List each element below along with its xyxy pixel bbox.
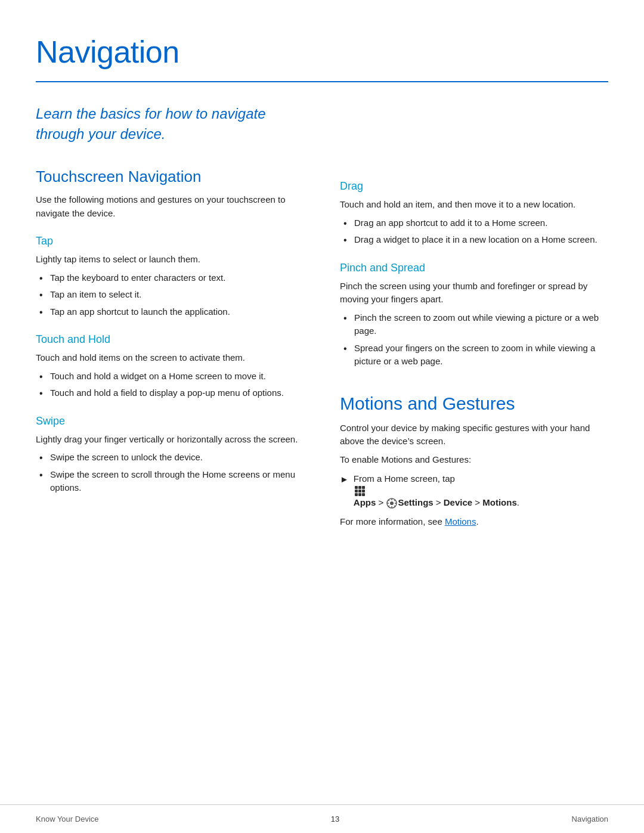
tap-intro: Lightly tap items to select or launch th…: [36, 253, 304, 267]
list-item: Spread your fingers on the screen to zoo…: [343, 342, 608, 368]
step-gt2: >: [436, 497, 444, 507]
two-column-layout: Touchscreen Navigation Use the following…: [36, 165, 608, 534]
list-item: Touch and hold a field to display a pop-…: [39, 386, 304, 400]
left-column: Touchscreen Navigation Use the following…: [36, 165, 304, 534]
settings-icon: [386, 498, 397, 509]
list-item: Touch and hold a widget on a Home screen…: [39, 370, 304, 383]
tap-bullets: Tap the keyboard to enter characters or …: [39, 271, 304, 319]
svg-line-6: [389, 500, 390, 501]
list-item: Tap an item to select it.: [39, 288, 304, 302]
motions-step-line: ► From a Home screen, tap Apps >: [340, 472, 608, 509]
swipe-bullets: Swipe the screen to unlock the device. S…: [39, 451, 304, 495]
settings-label: Settings: [398, 497, 433, 507]
tap-heading: Tap: [36, 233, 304, 249]
list-item: Pinch the screen to zoom out while viewi…: [343, 311, 608, 338]
step-gt1: >: [379, 497, 386, 507]
page-container: Navigation Learn the basics for how to n…: [0, 0, 644, 581]
svg-line-7: [394, 506, 395, 507]
touch-hold-heading: Touch and Hold: [36, 332, 304, 348]
list-item: Drag an app shortcut to add it to a Home…: [343, 216, 608, 230]
drag-heading: Drag: [340, 178, 608, 194]
motions-section: Motions and Gestures Control your device…: [340, 390, 608, 529]
pinch-spread-bullets: Pinch the screen to zoom out while viewi…: [343, 311, 608, 368]
swipe-heading: Swipe: [36, 413, 304, 429]
motions-intro: Control your device by making specific g…: [340, 422, 608, 448]
list-item: Drag a widget to place it in a new locat…: [343, 233, 608, 247]
footer-page-number: 13: [331, 813, 339, 825]
svg-line-9: [389, 506, 390, 507]
footer-left: Know Your Device: [36, 813, 99, 825]
right-column: Drag Touch and hold an item, and then mo…: [340, 165, 608, 534]
step-text: From a Home screen, tap Apps >: [354, 472, 519, 509]
list-item: Tap an app shortcut to launch the applic…: [39, 305, 304, 319]
motions-link[interactable]: Motions: [445, 516, 476, 527]
list-item: Swipe the screen to unlock the device.: [39, 451, 304, 465]
drag-bullets: Drag an app shortcut to add it to a Home…: [343, 216, 608, 247]
list-item: Swipe the screen to scroll through the H…: [39, 468, 304, 495]
touchscreen-intro: Use the following motions and gestures o…: [36, 193, 304, 220]
touch-hold-intro: Touch and hold items on the screen to ac…: [36, 351, 304, 365]
svg-point-1: [390, 501, 394, 505]
footer-right: Navigation: [572, 813, 608, 825]
motions-label: Motions: [482, 497, 517, 507]
page-title: Navigation: [36, 29, 608, 75]
motions-heading: Motions and Gestures: [340, 390, 608, 417]
device-label: Device: [444, 497, 472, 507]
svg-line-8: [394, 500, 395, 501]
apps-icon: [355, 486, 518, 496]
title-rule: [36, 81, 608, 82]
step-arrow-icon: ►: [340, 473, 349, 487]
step-gt3: >: [475, 497, 482, 507]
motions-enable-text: To enable Motions and Gestures:: [340, 453, 608, 467]
more-info-line: For more information, see Motions.: [340, 515, 608, 529]
apps-label: Apps: [354, 497, 376, 507]
touch-hold-bullets: Touch and hold a widget on a Home screen…: [39, 370, 304, 400]
list-item: Tap the keyboard to enter characters or …: [39, 271, 304, 285]
pinch-spread-intro: Pinch the screen using your thumb and fo…: [340, 280, 608, 306]
drag-intro: Touch and hold an item, and then move it…: [340, 198, 608, 212]
touchscreen-heading: Touchscreen Navigation: [36, 165, 304, 188]
page-footer: Know Your Device 13 Navigation: [0, 804, 644, 834]
swipe-intro: Lightly drag your finger vertically or h…: [36, 433, 304, 447]
intro-text: Learn the basics for how to navigate thr…: [36, 104, 298, 144]
pinch-spread-heading: Pinch and Spread: [340, 260, 608, 276]
